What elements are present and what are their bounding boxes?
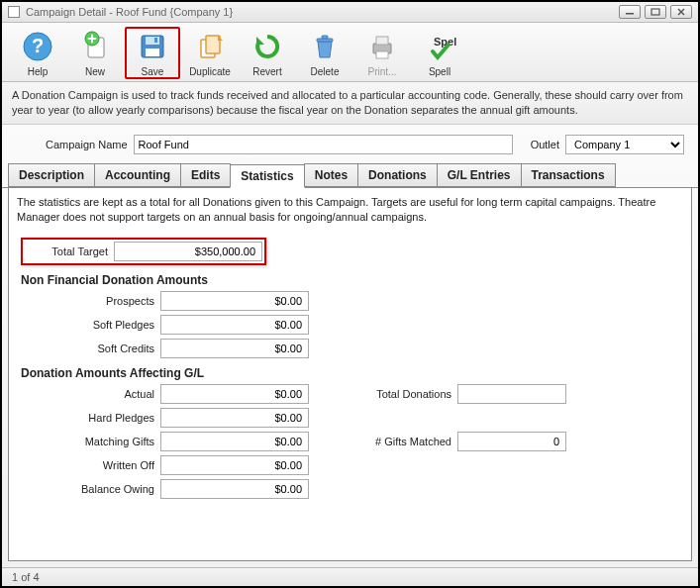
new-icon (77, 29, 113, 64)
new-label: New (67, 66, 123, 77)
total-donations-label: Total Donations (339, 388, 457, 400)
svg-rect-1 (651, 9, 659, 15)
tab-transactions[interactable]: Transactions (521, 163, 616, 187)
save-icon (135, 29, 170, 64)
duplicate-icon (192, 29, 228, 64)
revert-icon (250, 29, 285, 64)
campaign-name-input[interactable] (134, 135, 513, 154)
soft-pledges-input[interactable] (160, 315, 309, 335)
statistics-intro: The statistics are kept as a total for a… (17, 195, 683, 225)
print-icon (364, 29, 400, 64)
delete-icon (307, 29, 343, 64)
titlebar-checkbox[interactable] (8, 6, 20, 18)
tab-accounting[interactable]: Accounting (94, 163, 181, 187)
svg-text:?: ? (32, 35, 44, 56)
tabs: Description Accounting Edits Statistics … (2, 163, 698, 188)
close-button[interactable] (670, 5, 692, 19)
campaign-name-label: Campaign Name (46, 139, 128, 150)
matching-gifts-label: Matching Gifts (17, 436, 160, 447)
balance-owing-label: Balance Owing (17, 483, 160, 495)
save-label: Save (127, 66, 178, 77)
outlet-label: Outlet (531, 139, 559, 150)
help-icon: ? (20, 29, 55, 64)
tab-panel-statistics: The statistics are kept as a total for a… (8, 187, 692, 561)
hard-pledges-label: Hard Pledges (17, 412, 160, 424)
print-button[interactable]: Print... (354, 27, 410, 79)
hard-pledges-input[interactable] (160, 408, 309, 428)
info-text: A Donation Campaign is used to track fun… (2, 82, 698, 125)
spell-label: Spell (412, 66, 467, 77)
delete-button[interactable]: Delete (297, 27, 352, 79)
balance-owing-input[interactable] (160, 479, 309, 499)
help-label: Help (10, 66, 65, 77)
svg-rect-11 (154, 38, 157, 43)
svg-rect-10 (146, 49, 159, 56)
section-gl: Donation Amounts Affecting G/L (21, 366, 683, 380)
new-button[interactable]: New (67, 27, 123, 79)
soft-credits-label: Soft Credits (17, 343, 160, 354)
toolbar: ? Help New Save Duplicate Rever (2, 23, 698, 82)
svg-rect-13 (206, 36, 220, 53)
spell-icon: Spell (422, 29, 457, 64)
soft-credits-input[interactable] (160, 339, 309, 358)
help-button[interactable]: ? Help (10, 27, 65, 79)
actual-input[interactable] (160, 384, 309, 404)
print-label: Print... (354, 66, 410, 77)
tab-edits[interactable]: Edits (180, 163, 231, 187)
save-button[interactable]: Save (125, 27, 180, 79)
svg-rect-18 (376, 51, 388, 58)
revert-label: Revert (240, 66, 295, 77)
total-target-input[interactable] (114, 242, 262, 261)
maximize-button[interactable] (645, 5, 666, 19)
tab-donations[interactable]: Donations (357, 163, 438, 187)
svg-rect-0 (626, 13, 634, 15)
delete-label: Delete (297, 66, 352, 77)
tab-gl-entries[interactable]: G/L Entries (437, 163, 522, 187)
matching-gifts-input[interactable] (160, 432, 309, 451)
window-title: Campaign Detail - Roof Fund {Company 1} (26, 6, 233, 18)
revert-button[interactable]: Revert (240, 27, 295, 79)
written-off-input[interactable] (160, 455, 309, 475)
soft-pledges-label: Soft Pledges (17, 319, 160, 331)
written-off-label: Written Off (17, 459, 160, 471)
svg-rect-15 (322, 36, 328, 39)
gifts-matched-input[interactable] (457, 432, 566, 451)
prospects-input[interactable] (160, 291, 309, 311)
outlet-select[interactable]: Company 1 (565, 135, 684, 154)
spell-button[interactable]: Spell Spell (412, 27, 467, 79)
actual-label: Actual (17, 388, 160, 400)
minimize-button[interactable] (619, 5, 641, 19)
header-form: Campaign Name Outlet Company 1 (2, 125, 698, 162)
tab-statistics[interactable]: Statistics (230, 164, 304, 188)
gifts-matched-label: # Gifts Matched (339, 436, 457, 447)
tab-notes[interactable]: Notes (304, 163, 358, 187)
total-target-label: Total Target (25, 245, 114, 257)
duplicate-label: Duplicate (182, 66, 238, 77)
prospects-label: Prospects (17, 295, 160, 307)
titlebar: Campaign Detail - Roof Fund {Company 1} (2, 2, 698, 23)
total-donations-input[interactable] (457, 384, 566, 404)
section-non-financial: Non Financial Donation Amounts (21, 273, 683, 287)
statusbar: 1 of 4 (2, 567, 698, 586)
duplicate-button[interactable]: Duplicate (182, 27, 238, 79)
tab-description[interactable]: Description (8, 163, 95, 187)
svg-rect-17 (376, 37, 388, 45)
